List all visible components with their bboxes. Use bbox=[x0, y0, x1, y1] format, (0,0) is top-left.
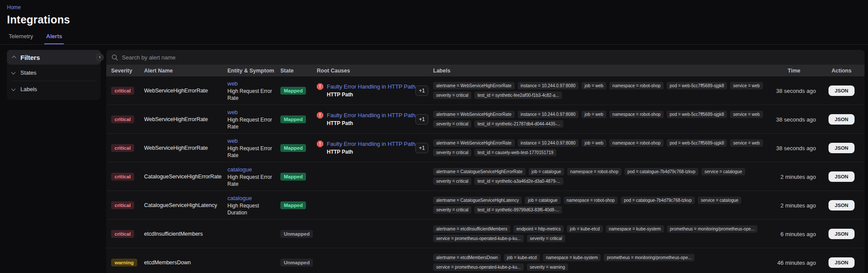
labels-cell: alertname = CatalogueServiceHighLatencyj… bbox=[431, 195, 767, 215]
state-badge: Unmapped bbox=[280, 230, 313, 238]
root-cause-link[interactable]: Faulty Error Handling in HTTP Path bbox=[327, 141, 415, 147]
label-chip: namespace = robot-shop bbox=[609, 111, 664, 118]
symptom-text: High Request Error Rate bbox=[227, 88, 274, 102]
collapse-sidebar-icon[interactable]: ‹ bbox=[96, 53, 104, 61]
entity-symptom-cell: webHigh Request Error Rate bbox=[226, 106, 279, 132]
filters-header[interactable]: Filters ‹ bbox=[7, 50, 101, 65]
json-button[interactable]: JSON bbox=[829, 229, 854, 239]
root-cause-link[interactable]: Faulty Error Handling in HTTP Path bbox=[327, 112, 415, 118]
root-causes-cell: !Faulty Error Handling in HTTP PathHTTP … bbox=[315, 82, 431, 99]
json-button[interactable]: JSON bbox=[829, 86, 854, 96]
severity-badge: critical bbox=[111, 201, 134, 209]
state-badge: Mapped bbox=[280, 115, 306, 123]
table-row: criticalWebServiceHighErrorRatewebHigh R… bbox=[106, 134, 865, 162]
entity-symptom-cell: catalogueHigh Request Error Rate bbox=[226, 164, 279, 189]
alert-name: WebServiceHighErrorRate bbox=[144, 145, 224, 151]
label-chip: test_id = causely-web-test-1770151719 bbox=[474, 149, 556, 156]
filter-section-label: Labels bbox=[20, 86, 37, 92]
label-chip: prometheus = monitoring/prometheus-ope..… bbox=[604, 254, 694, 261]
alert-name: CatalogueServiceHighErrorRate bbox=[144, 174, 224, 180]
label-chip: job = catalogue bbox=[529, 168, 564, 175]
symptom-text: High Request Error Rate bbox=[227, 117, 274, 130]
label-chip: severity = critical bbox=[527, 235, 565, 242]
time-cell: 2 minutes ago bbox=[767, 171, 822, 182]
json-button[interactable]: JSON bbox=[829, 143, 854, 153]
table-row: warningetcdMembersDownUnmappedalertname … bbox=[106, 248, 865, 273]
entity-link[interactable]: web bbox=[227, 80, 238, 87]
label-chip: alertname = etcdMembersDown bbox=[433, 254, 501, 261]
root-cause-title-row: !Faulty Error Handling in HTTP Path bbox=[317, 112, 415, 118]
alert-name-cell: WebServiceHighErrorRate bbox=[142, 115, 226, 124]
search-input[interactable] bbox=[122, 54, 382, 61]
root-cause-more-badge[interactable]: +1 bbox=[415, 143, 428, 153]
root-cause-link[interactable]: Faulty Error Handling in HTTP Path bbox=[327, 83, 415, 90]
actions-cell: JSON bbox=[822, 256, 861, 270]
root-causes-cell: !Faulty Error Handling in HTTP PathHTTP … bbox=[315, 139, 431, 157]
labels-cell: alertname = WebServiceHighErrorRateinsta… bbox=[431, 109, 767, 129]
state-cell: Unmapped bbox=[279, 257, 315, 268]
severity-cell: critical bbox=[109, 228, 142, 240]
root-causes-cell: !Faulty Error Handling in HTTP PathHTTP … bbox=[315, 110, 431, 128]
json-button[interactable]: JSON bbox=[829, 114, 854, 125]
state-cell: Mapped bbox=[279, 142, 315, 154]
label-chip: prometheus = monitoring/prometheus-ope..… bbox=[667, 225, 758, 233]
actions-cell: JSON bbox=[822, 112, 861, 126]
json-button[interactable]: JSON bbox=[829, 257, 854, 268]
root-cause: !Faulty Error Handling in HTTP PathHTTP … bbox=[317, 83, 415, 98]
labels-cell: alertname = CatalogueServiceHighErrorRat… bbox=[431, 166, 767, 187]
content-area: Filters ‹ States Labels Severity Alert N… bbox=[0, 45, 868, 273]
filter-section-states[interactable]: States bbox=[7, 65, 101, 81]
filters-panel: Filters ‹ States Labels bbox=[7, 50, 101, 100]
chevron-up-icon bbox=[12, 56, 16, 60]
entity-link[interactable]: web bbox=[227, 109, 238, 115]
alert-name: CatalogueServiceHighLatency bbox=[144, 202, 224, 208]
root-causes-cell bbox=[315, 232, 431, 236]
alert-name-cell: CatalogueServiceHighLatency bbox=[142, 201, 226, 210]
label-chip: namespace = robot-shop bbox=[609, 82, 664, 89]
state-cell: Mapped bbox=[279, 199, 315, 211]
root-cause-more-badge[interactable]: +1 bbox=[415, 114, 428, 125]
alert-rows: criticalWebServiceHighErrorRatewebHigh R… bbox=[106, 76, 865, 273]
label-chip: namespace = robot-shop bbox=[564, 197, 618, 204]
column-header-time: Time bbox=[767, 66, 822, 76]
label-chip: job = kube-etcd bbox=[504, 254, 540, 261]
label-chip: service = web bbox=[730, 111, 763, 118]
json-button[interactable]: JSON bbox=[829, 171, 854, 182]
label-chip: test_id = synthetic-21787db4-d044-4435-.… bbox=[474, 120, 563, 128]
severity-cell: warning bbox=[109, 257, 142, 268]
state-badge: Mapped bbox=[280, 173, 306, 181]
time-cell: 38 seconds ago bbox=[767, 85, 822, 96]
table-row: criticalWebServiceHighErrorRatewebHigh R… bbox=[106, 105, 865, 134]
severity-badge: critical bbox=[111, 173, 134, 181]
label-chip: endpoint = http-metrics bbox=[513, 225, 564, 233]
entity-link[interactable]: catalogue bbox=[227, 166, 252, 173]
label-chip: alertname = CatalogueServiceHighErrorRat… bbox=[433, 168, 526, 175]
label-chip: service = catalogue bbox=[701, 168, 745, 175]
label-chip: alertname = WebServiceHighErrorRate bbox=[433, 111, 515, 118]
entity-symptom-cell bbox=[226, 261, 279, 264]
label-chip: service = web bbox=[730, 139, 763, 147]
entity-link[interactable]: web bbox=[227, 138, 238, 144]
label-chip: test_id = synthetic-99799d63-83f6-40d8-.… bbox=[474, 206, 562, 214]
column-header-root-causes: Root Causes bbox=[315, 66, 431, 76]
tab-telemetry[interactable]: Telemetry bbox=[7, 31, 35, 44]
root-cause-more-badge[interactable]: +1 bbox=[415, 86, 428, 96]
severity-cell: critical bbox=[109, 85, 142, 96]
breadcrumb[interactable]: Home bbox=[7, 4, 861, 10]
labels-cell: alertname = etcdMembersDownjob = kube-et… bbox=[431, 252, 767, 273]
filter-section-labels[interactable]: Labels bbox=[7, 81, 101, 97]
root-cause-symptom: HTTP Path bbox=[327, 92, 415, 98]
label-chip: instance = 10.244.0.97:8080 bbox=[518, 139, 579, 147]
label-chip: service = web bbox=[730, 82, 763, 89]
alert-octagon-icon: ! bbox=[317, 141, 323, 147]
tab-alerts[interactable]: Alerts bbox=[44, 31, 64, 44]
symptom-text: High Request Error Rate bbox=[227, 145, 274, 159]
label-chip: test_id = synthetic-fee2af00-f1b3-4c82-a… bbox=[474, 92, 562, 99]
time-cell: 2 minutes ago bbox=[767, 200, 822, 211]
time-text: 46 minutes ago bbox=[777, 260, 816, 266]
severity-badge: critical bbox=[111, 115, 134, 123]
entity-link[interactable]: catalogue bbox=[227, 195, 252, 201]
json-button[interactable]: JSON bbox=[829, 200, 854, 211]
label-chip: job = web bbox=[582, 139, 606, 147]
state-cell: Mapped bbox=[279, 171, 315, 182]
